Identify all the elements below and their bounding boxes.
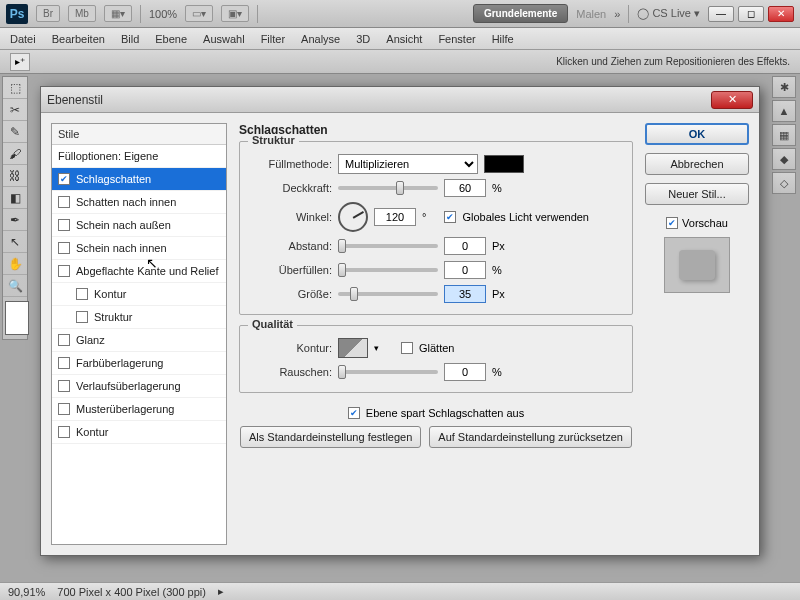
angle-input[interactable] xyxy=(374,208,416,226)
panel-icon-1[interactable]: ✱ xyxy=(772,76,796,98)
menu-bearbeiten[interactable]: Bearbeiten xyxy=(52,33,105,45)
style-row-3[interactable]: Schein nach innen xyxy=(52,237,226,260)
ok-button[interactable]: OK xyxy=(645,123,749,145)
screen-mode-button[interactable]: ▦▾ xyxy=(104,5,132,22)
foreground-color[interactable] xyxy=(5,301,29,335)
distance-input[interactable] xyxy=(444,237,486,255)
screen-button[interactable]: ▣▾ xyxy=(221,5,249,22)
window-minimize[interactable]: — xyxy=(708,6,734,22)
tool-pen[interactable]: ✒ xyxy=(3,209,27,231)
style-row-5[interactable]: Kontur xyxy=(52,283,226,306)
zoom-level[interactable]: 100% xyxy=(149,8,177,20)
tool-hand[interactable]: ✋ xyxy=(3,253,27,275)
style-row-9[interactable]: Verlaufsüberlagerung xyxy=(52,375,226,398)
style-row-0[interactable]: ✔Schlagschatten xyxy=(52,168,226,191)
new-style-button[interactable]: Neuer Stil... xyxy=(645,183,749,205)
noise-label: Rauschen: xyxy=(250,366,332,378)
menu-ansicht[interactable]: Ansicht xyxy=(386,33,422,45)
menu-analyse[interactable]: Analyse xyxy=(301,33,340,45)
tool-brush[interactable]: 🖌 xyxy=(3,143,27,165)
opacity-slider[interactable] xyxy=(338,186,438,190)
dialog-close-button[interactable]: ✕ xyxy=(711,91,753,109)
style-checkbox[interactable] xyxy=(76,311,88,323)
tool-crop[interactable]: ✂ xyxy=(3,99,27,121)
distance-unit: Px xyxy=(492,240,505,252)
reset-default-button[interactable]: Auf Standardeinstellung zurücksetzen xyxy=(429,426,632,448)
global-light-checkbox[interactable]: ✔ xyxy=(444,211,456,223)
menu-fenster[interactable]: Fenster xyxy=(438,33,475,45)
styles-header[interactable]: Stile xyxy=(52,124,226,145)
cslive-button[interactable]: ◯ CS Live ▾ xyxy=(637,7,700,20)
tool-zoom[interactable]: 🔍 xyxy=(3,275,27,297)
status-arrow[interactable]: ▸ xyxy=(218,585,224,598)
shadow-color-swatch[interactable] xyxy=(484,155,524,173)
style-row-6[interactable]: Struktur xyxy=(52,306,226,329)
opacity-input[interactable] xyxy=(444,179,486,197)
menu-filter[interactable]: Filter xyxy=(261,33,285,45)
spread-slider[interactable] xyxy=(338,268,438,272)
bridge-button[interactable]: Br xyxy=(36,5,60,22)
style-checkbox[interactable] xyxy=(76,288,88,300)
distance-slider[interactable] xyxy=(338,244,438,248)
workspace-more[interactable]: » xyxy=(614,8,620,20)
style-checkbox[interactable] xyxy=(58,265,70,277)
style-checkbox[interactable] xyxy=(58,403,70,415)
size-slider[interactable] xyxy=(338,292,438,296)
menu-hilfe[interactable]: Hilfe xyxy=(492,33,514,45)
style-row-4[interactable]: Abgeflachte Kante und Relief xyxy=(52,260,226,283)
tool-eraser[interactable]: ◧ xyxy=(3,187,27,209)
contour-picker[interactable] xyxy=(338,338,368,358)
workspace-essentials[interactable]: Grundelemente xyxy=(473,4,568,23)
move-tool-icon[interactable]: ▸⁺ xyxy=(10,53,30,71)
style-checkbox[interactable] xyxy=(58,426,70,438)
noise-input[interactable] xyxy=(444,363,486,381)
panel-icon-3[interactable]: ▦ xyxy=(772,124,796,146)
menu-3d[interactable]: 3D xyxy=(356,33,370,45)
minibridge-button[interactable]: Mb xyxy=(68,5,96,22)
arrange-button[interactable]: ▭▾ xyxy=(185,5,213,22)
style-row-11[interactable]: Kontur xyxy=(52,421,226,444)
size-input[interactable] xyxy=(444,285,486,303)
knockout-checkbox[interactable]: ✔ xyxy=(348,407,360,419)
angle-dial[interactable] xyxy=(338,202,368,232)
spread-input[interactable] xyxy=(444,261,486,279)
preview-checkbox[interactable]: ✔ xyxy=(666,217,678,229)
set-default-button[interactable]: Als Standardeinstellung festlegen xyxy=(240,426,421,448)
style-row-8[interactable]: Farbüberlagerung xyxy=(52,352,226,375)
style-checkbox[interactable] xyxy=(58,334,70,346)
style-checkbox[interactable] xyxy=(58,196,70,208)
style-checkbox[interactable] xyxy=(58,242,70,254)
panel-icon-5[interactable]: ◇ xyxy=(772,172,796,194)
tool-path[interactable]: ↖ xyxy=(3,231,27,253)
tool-clone[interactable]: ⛓ xyxy=(3,165,27,187)
angle-label: Winkel: xyxy=(250,211,332,223)
style-checkbox[interactable] xyxy=(58,219,70,231)
panel-icon-2[interactable]: ▲ xyxy=(772,100,796,122)
window-maximize[interactable]: ◻ xyxy=(738,6,764,22)
menu-ebene[interactable]: Ebene xyxy=(155,33,187,45)
blend-mode-select[interactable]: Multiplizieren xyxy=(338,154,478,174)
style-checkbox[interactable] xyxy=(58,380,70,392)
menu-bild[interactable]: Bild xyxy=(121,33,139,45)
tool-eyedropper[interactable]: ✎ xyxy=(3,121,27,143)
window-close[interactable]: ✕ xyxy=(768,6,794,22)
style-row-10[interactable]: Musterüberlagerung xyxy=(52,398,226,421)
style-row-7[interactable]: Glanz xyxy=(52,329,226,352)
settings-panel: Schlagschatten Struktur Füllmethode: Mul… xyxy=(235,123,637,545)
status-doc-info[interactable]: 700 Pixel x 400 Pixel (300 ppi) xyxy=(57,586,206,598)
antialias-checkbox[interactable] xyxy=(401,342,413,354)
style-checkbox[interactable] xyxy=(58,357,70,369)
style-fill-options[interactable]: Fülloptionen: Eigene xyxy=(52,145,226,168)
workspace-paint[interactable]: Malen xyxy=(576,8,606,20)
noise-slider[interactable] xyxy=(338,370,438,374)
status-zoom[interactable]: 90,91% xyxy=(8,586,45,598)
dialog-titlebar[interactable]: Ebenenstil ✕ xyxy=(41,87,759,113)
panel-icon-4[interactable]: ◆ xyxy=(772,148,796,170)
menu-datei[interactable]: Datei xyxy=(10,33,36,45)
tool-marquee[interactable]: ⬚ xyxy=(3,77,27,99)
menu-auswahl[interactable]: Auswahl xyxy=(203,33,245,45)
style-row-2[interactable]: Schein nach außen xyxy=(52,214,226,237)
cancel-button[interactable]: Abbrechen xyxy=(645,153,749,175)
style-checkbox[interactable]: ✔ xyxy=(58,173,70,185)
style-row-1[interactable]: Schatten nach innen xyxy=(52,191,226,214)
